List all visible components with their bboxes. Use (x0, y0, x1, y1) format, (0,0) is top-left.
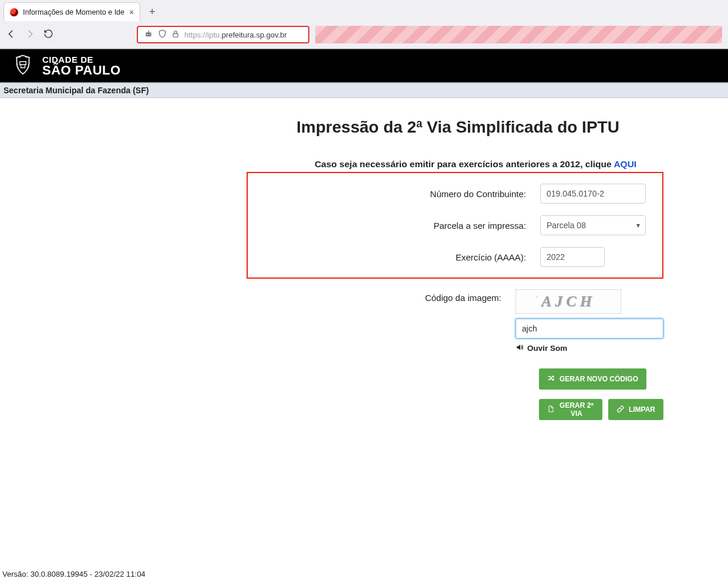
shield-icon[interactable] (158, 29, 167, 40)
input-captcha[interactable] (515, 319, 663, 339)
input-contribuinte[interactable] (540, 184, 646, 204)
browser-chrome: Informações de Momento e Ide × + (0, 0, 728, 49)
browser-toolbar: https://iptu.prefeitura.sp.gov.br (0, 21, 728, 48)
svg-rect-4 (173, 33, 178, 37)
captcha-image: AJCH (515, 289, 621, 314)
page-title: Impressão da 2ª Via Simplificada do IPTU (296, 118, 619, 137)
captcha-block: AJCH Ouvir Som (515, 289, 663, 353)
form-area: Número do Contribuinte: Parcela a ser im… (247, 172, 663, 420)
row-contribuinte: Número do Contribuinte: (258, 184, 652, 204)
nav-buttons (6, 29, 53, 41)
tab-favicon-icon (10, 8, 18, 16)
main-content: Impressão da 2ª Via Simplificada do IPTU… (0, 98, 728, 420)
label-contribuinte: Número do Contribuinte: (258, 189, 540, 199)
reload-icon[interactable] (43, 29, 53, 40)
back-icon[interactable] (6, 29, 16, 41)
url-text: https://iptu.prefeitura.sp.gov.br (184, 31, 287, 39)
notice-link[interactable]: AQUI (614, 159, 636, 169)
row-parcela: Parcela a ser impressa: Parcela 08 ▾ (258, 215, 652, 235)
label-captcha: Código da imagem: (247, 289, 515, 353)
btn-novo-codigo-wrap: GERAR NOVO CÓDIGO (539, 368, 663, 390)
close-icon[interactable]: × (129, 8, 134, 17)
limpar-button[interactable]: LIMPAR (608, 399, 663, 420)
row-exercicio: Exercício (AAAA): (258, 247, 652, 267)
address-bar[interactable]: https://iptu.prefeitura.sp.gov.br (137, 26, 309, 43)
address-bar-wrap: https://iptu.prefeitura.sp.gov.br (137, 26, 309, 43)
svg-rect-3 (148, 31, 149, 32)
label-parcela: Parcela a ser impressa: (258, 221, 540, 231)
row-captcha: Código da imagem: AJCH Ouvir Som (247, 289, 663, 353)
site-logo-text: CIDADE DE SÃO PAULO (42, 55, 121, 77)
eraser-icon (616, 405, 624, 414)
file-icon (547, 405, 554, 414)
footer-version: Versão: 30.0.8089.19945 - 23/02/22 11:04 (2, 570, 146, 578)
tab-title: Informações de Momento e Ide (23, 8, 124, 16)
ouvir-som-link[interactable]: Ouvir Som (515, 343, 663, 353)
site-header: CIDADE DE SÃO PAULO (0, 49, 728, 83)
sound-icon (515, 343, 524, 353)
new-tab-button[interactable]: + (144, 4, 160, 20)
gerar-novo-codigo-button[interactable]: GERAR NOVO CÓDIGO (539, 368, 646, 390)
toolbar-stripe (315, 26, 722, 43)
select-parcela[interactable]: Parcela 08 (540, 215, 646, 235)
notice-text: Caso seja necessário emitir para exercíc… (315, 159, 636, 170)
logo-line2: SÃO PAULO (42, 64, 121, 77)
tab-strip: Informações de Momento e Ide × + (0, 0, 728, 21)
forward-icon[interactable] (25, 29, 35, 41)
input-exercicio[interactable] (540, 247, 605, 267)
lock-icon[interactable] (171, 30, 180, 40)
highlighted-form-box: Número do Contribuinte: Parcela a ser im… (247, 172, 663, 279)
shuffle-icon (547, 374, 555, 384)
gerar-2via-button[interactable]: GERAR 2ª VIA (539, 399, 602, 420)
city-crest-icon (11, 53, 35, 78)
action-buttons: GERAR 2ª VIA LIMPAR (539, 399, 663, 420)
svg-point-2 (149, 33, 150, 35)
svg-point-1 (147, 33, 148, 35)
browser-tab[interactable]: Informações de Momento e Ide × (4, 2, 140, 21)
sub-header: Secretaria Municipal da Fazenda (SF) (0, 83, 728, 98)
robot-icon (144, 29, 153, 40)
svg-rect-0 (146, 32, 151, 36)
label-exercicio: Exercício (AAAA): (258, 252, 540, 262)
